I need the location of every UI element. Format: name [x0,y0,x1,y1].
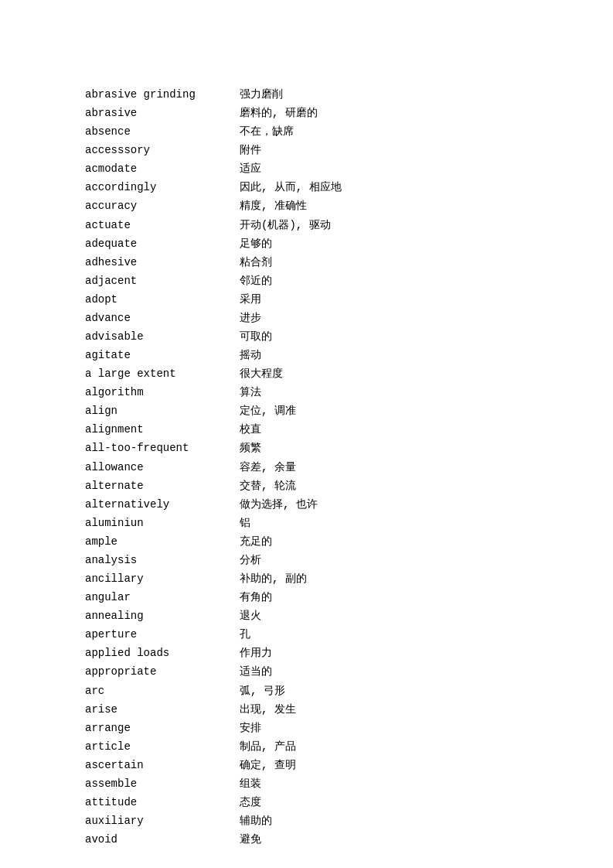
vocab-chinese: 出现, 发生 [240,700,296,719]
vocab-english: applied loads [85,644,240,662]
list-item: arc 弧, 弓形 [85,682,551,700]
list-item: appropriate 适当的 [85,662,551,681]
vocab-chinese: 避免 [240,830,261,849]
vocab-english: abrasive [85,104,240,122]
vocab-chinese: 定位, 调准 [240,402,296,420]
list-item: angular 有角的 [85,588,551,607]
list-item: a large extent 很大程度 [85,364,551,383]
vocab-chinese: 采用 [240,290,261,309]
vocab-english: alternatively [85,495,240,514]
vocab-chinese: 很大程度 [240,364,283,383]
list-item: absence 不在，缺席 [85,122,551,141]
list-item: applied loads 作用力 [85,644,551,662]
vocab-english: align [85,402,240,420]
list-item: avoid 避免 [85,830,551,849]
vocab-chinese: 安排 [240,719,261,737]
vocab-english: advisable [85,327,240,346]
vocab-chinese: 做为选择, 也许 [240,495,318,514]
vocab-english: adhesive [85,253,240,272]
list-item: adjacent 邻近的 [85,272,551,290]
vocab-chinese: 附件 [240,141,261,159]
vocab-english: ascertain [85,756,240,774]
vocab-english: avoid [85,830,240,849]
vocab-english: arrange [85,719,240,737]
vocab-english: advance [85,309,240,327]
vocab-english: accordingly [85,178,240,196]
list-item: alternate 交替, 轮流 [85,477,551,495]
list-item: aluminiun 铝 [85,514,551,532]
vocab-english: allowance [85,458,240,477]
vocab-english: adequate [85,234,240,253]
vocab-english: angular [85,588,240,607]
vocab-chinese: 辅助的 [240,812,272,830]
vocab-english: auxiliary [85,812,240,830]
vocab-chinese: 确定, 查明 [240,756,296,774]
vocab-chinese: 孔 [240,625,250,644]
list-item: algorithm 算法 [85,383,551,402]
list-item: abrasive 磨料的, 研磨的 [85,104,551,122]
list-item: actuate 开动(机器), 驱动 [85,216,551,234]
vocab-english: analysis [85,551,240,569]
vocab-english: agitate [85,346,240,364]
vocab-english: alternate [85,477,240,495]
list-item: align 定位, 调准 [85,402,551,420]
list-item: agitate 摇动 [85,346,551,364]
vocab-chinese: 交替, 轮流 [240,477,296,495]
list-item: acmodate 适应 [85,159,551,178]
vocab-chinese: 校直 [240,420,261,439]
vocab-english: arc [85,682,240,700]
list-item: adhesive 粘合剂 [85,253,551,272]
vocab-chinese: 不在，缺席 [240,122,294,141]
vocab-english: annealing [85,607,240,625]
vocab-english: adopt [85,290,240,309]
list-item: arrange 安排 [85,719,551,737]
vocab-chinese: 因此, 从而, 相应地 [240,178,342,196]
list-item: attitude 态度 [85,793,551,812]
vocab-english: assemble [85,774,240,793]
vocab-chinese: 铝 [240,514,250,532]
vocab-chinese: 容差, 余量 [240,458,296,477]
list-item: abrasive grinding 强力磨削 [85,85,551,104]
list-item: ancillary 补助的, 副的 [85,569,551,588]
list-item: ascertain 确定, 查明 [85,756,551,774]
list-item: assemble 组装 [85,774,551,793]
list-item: alignment 校直 [85,420,551,439]
list-item: all-too-frequent 频繁 [85,439,551,457]
vocab-chinese: 退火 [240,607,261,625]
vocab-english: appropriate [85,662,240,681]
list-item: advisable 可取的 [85,327,551,346]
vocab-chinese: 可取的 [240,327,272,346]
vocabulary-list: abrasive grinding 强力磨削abrasive 磨料的, 研磨的a… [85,85,551,849]
vocab-chinese: 强力磨削 [240,85,283,104]
list-item: ample 充足的 [85,532,551,551]
vocab-chinese: 组装 [240,774,261,793]
vocab-english: aluminiun [85,514,240,532]
list-item: accordingly 因此, 从而, 相应地 [85,178,551,196]
vocab-english: absence [85,122,240,141]
vocab-chinese: 摇动 [240,346,261,364]
vocab-chinese: 开动(机器), 驱动 [240,216,331,234]
list-item: annealing 退火 [85,607,551,625]
list-item: aperture 孔 [85,625,551,644]
vocab-english: acmodate [85,159,240,178]
vocab-chinese: 精度, 准确性 [240,196,307,215]
list-item: adequate 足够的 [85,234,551,253]
list-item: arise 出现, 发生 [85,700,551,719]
vocab-chinese: 分析 [240,551,261,569]
vocab-english: attitude [85,793,240,812]
vocab-english: ample [85,532,240,551]
vocab-chinese: 弧, 弓形 [240,682,285,700]
vocab-chinese: 适应 [240,159,261,178]
vocab-chinese: 充足的 [240,532,272,551]
vocab-english: aperture [85,625,240,644]
vocab-english: a large extent [85,364,240,383]
vocab-chinese: 态度 [240,793,261,812]
list-item: analysis 分析 [85,551,551,569]
vocab-chinese: 磨料的, 研磨的 [240,104,318,122]
vocab-chinese: 足够的 [240,234,272,253]
vocab-chinese: 算法 [240,383,261,402]
vocab-chinese: 制品, 产品 [240,737,296,756]
vocab-chinese: 进步 [240,309,261,327]
list-item: accesssory 附件 [85,141,551,159]
vocab-english: abrasive grinding [85,85,240,104]
